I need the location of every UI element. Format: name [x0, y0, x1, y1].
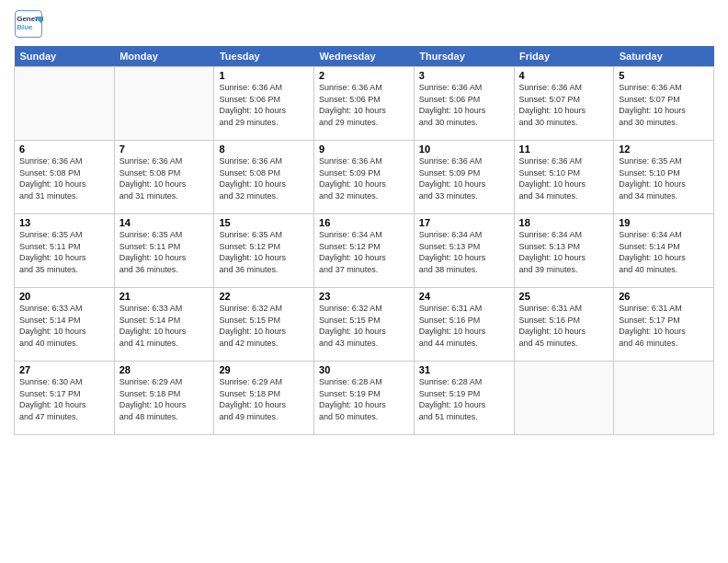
day-info: Sunrise: 6:30 AM Sunset: 5:17 PM Dayligh… — [19, 376, 109, 422]
day-info: Sunrise: 6:35 AM Sunset: 5:10 PM Dayligh… — [619, 155, 709, 201]
day-cell: 19Sunrise: 6:34 AM Sunset: 5:14 PM Dayli… — [614, 214, 714, 288]
day-info: Sunrise: 6:35 AM Sunset: 5:12 PM Dayligh… — [219, 229, 309, 275]
day-number: 26 — [619, 291, 709, 302]
day-info: Sunrise: 6:36 AM Sunset: 5:06 PM Dayligh… — [419, 82, 509, 128]
header-row: SundayMondayTuesdayWednesdayThursdayFrid… — [15, 46, 714, 67]
day-info: Sunrise: 6:32 AM Sunset: 5:15 PM Dayligh… — [319, 303, 409, 349]
day-number: 14 — [119, 217, 210, 228]
day-number: 1 — [219, 70, 309, 81]
day-cell: 22Sunrise: 6:32 AM Sunset: 5:15 PM Dayli… — [214, 288, 314, 362]
day-cell — [514, 362, 614, 435]
day-cell: 17Sunrise: 6:34 AM Sunset: 5:13 PM Dayli… — [414, 214, 514, 288]
day-cell: 3Sunrise: 6:36 AM Sunset: 5:06 PM Daylig… — [414, 67, 514, 141]
day-number: 18 — [519, 217, 609, 228]
day-number: 28 — [119, 364, 210, 375]
day-cell: 18Sunrise: 6:34 AM Sunset: 5:13 PM Dayli… — [514, 214, 614, 288]
day-info: Sunrise: 6:36 AM Sunset: 5:07 PM Dayligh… — [519, 82, 609, 128]
logo-icon: General Blue — [14, 9, 43, 39]
day-cell: 8Sunrise: 6:36 AM Sunset: 5:08 PM Daylig… — [214, 141, 314, 214]
day-info: Sunrise: 6:33 AM Sunset: 5:14 PM Dayligh… — [119, 303, 210, 349]
day-number: 25 — [519, 291, 609, 302]
week-row-4: 20Sunrise: 6:33 AM Sunset: 5:14 PM Dayli… — [15, 288, 714, 362]
day-cell: 26Sunrise: 6:31 AM Sunset: 5:17 PM Dayli… — [614, 288, 714, 362]
day-cell — [114, 67, 214, 141]
day-number: 27 — [19, 364, 109, 375]
day-number: 19 — [619, 217, 709, 228]
day-info: Sunrise: 6:31 AM Sunset: 5:17 PM Dayligh… — [619, 303, 709, 349]
day-number: 4 — [519, 70, 609, 81]
day-number: 29 — [219, 364, 309, 375]
day-cell — [15, 67, 115, 141]
day-info: Sunrise: 6:31 AM Sunset: 5:16 PM Dayligh… — [519, 303, 609, 349]
day-number: 11 — [519, 144, 609, 155]
day-info: Sunrise: 6:36 AM Sunset: 5:09 PM Dayligh… — [419, 155, 509, 201]
day-info: Sunrise: 6:28 AM Sunset: 5:19 PM Dayligh… — [319, 376, 409, 422]
day-number: 15 — [219, 217, 309, 228]
day-number: 31 — [419, 364, 509, 375]
day-cell: 25Sunrise: 6:31 AM Sunset: 5:16 PM Dayli… — [514, 288, 614, 362]
day-cell: 1Sunrise: 6:36 AM Sunset: 5:06 PM Daylig… — [214, 67, 314, 141]
day-cell: 29Sunrise: 6:29 AM Sunset: 5:18 PM Dayli… — [214, 362, 314, 435]
day-info: Sunrise: 6:32 AM Sunset: 5:15 PM Dayligh… — [219, 303, 309, 349]
day-number: 9 — [319, 144, 409, 155]
day-cell: 21Sunrise: 6:33 AM Sunset: 5:14 PM Dayli… — [114, 288, 214, 362]
day-info: Sunrise: 6:34 AM Sunset: 5:14 PM Dayligh… — [619, 229, 709, 275]
day-cell: 9Sunrise: 6:36 AM Sunset: 5:09 PM Daylig… — [314, 141, 415, 214]
day-cell: 2Sunrise: 6:36 AM Sunset: 5:06 PM Daylig… — [314, 67, 415, 141]
week-row-2: 6Sunrise: 6:36 AM Sunset: 5:08 PM Daylig… — [15, 141, 714, 214]
week-row-1: 1Sunrise: 6:36 AM Sunset: 5:06 PM Daylig… — [15, 67, 714, 141]
day-number: 20 — [19, 291, 109, 302]
day-number: 8 — [219, 144, 309, 155]
day-number: 24 — [419, 291, 509, 302]
day-info: Sunrise: 6:36 AM Sunset: 5:08 PM Dayligh… — [219, 155, 309, 201]
logo: General Blue — [14, 9, 43, 39]
day-info: Sunrise: 6:31 AM Sunset: 5:16 PM Dayligh… — [419, 303, 509, 349]
day-cell: 5Sunrise: 6:36 AM Sunset: 5:07 PM Daylig… — [614, 67, 714, 141]
day-number: 21 — [119, 291, 210, 302]
header: General Blue — [14, 9, 714, 39]
week-row-3: 13Sunrise: 6:35 AM Sunset: 5:11 PM Dayli… — [15, 214, 714, 288]
day-cell: 13Sunrise: 6:35 AM Sunset: 5:11 PM Dayli… — [15, 214, 115, 288]
day-number: 5 — [619, 70, 709, 81]
day-info: Sunrise: 6:34 AM Sunset: 5:12 PM Dayligh… — [319, 229, 409, 275]
day-number: 30 — [319, 364, 409, 375]
day-number: 7 — [119, 144, 210, 155]
day-cell: 11Sunrise: 6:36 AM Sunset: 5:10 PM Dayli… — [514, 141, 614, 214]
day-cell: 24Sunrise: 6:31 AM Sunset: 5:16 PM Dayli… — [414, 288, 514, 362]
day-cell: 27Sunrise: 6:30 AM Sunset: 5:17 PM Dayli… — [15, 362, 115, 435]
day-cell: 12Sunrise: 6:35 AM Sunset: 5:10 PM Dayli… — [614, 141, 714, 214]
day-cell — [614, 362, 714, 435]
day-info: Sunrise: 6:33 AM Sunset: 5:14 PM Dayligh… — [19, 303, 109, 349]
day-info: Sunrise: 6:36 AM Sunset: 5:09 PM Dayligh… — [319, 155, 409, 201]
day-cell: 31Sunrise: 6:28 AM Sunset: 5:19 PM Dayli… — [414, 362, 514, 435]
day-cell: 30Sunrise: 6:28 AM Sunset: 5:19 PM Dayli… — [314, 362, 415, 435]
svg-text:Blue: Blue — [17, 23, 33, 31]
day-cell: 7Sunrise: 6:36 AM Sunset: 5:08 PM Daylig… — [114, 141, 214, 214]
column-header-saturday: Saturday — [614, 46, 714, 67]
day-cell: 23Sunrise: 6:32 AM Sunset: 5:15 PM Dayli… — [314, 288, 415, 362]
day-info: Sunrise: 6:35 AM Sunset: 5:11 PM Dayligh… — [119, 229, 210, 275]
day-cell: 6Sunrise: 6:36 AM Sunset: 5:08 PM Daylig… — [15, 141, 115, 214]
day-info: Sunrise: 6:35 AM Sunset: 5:11 PM Dayligh… — [19, 229, 109, 275]
column-header-wednesday: Wednesday — [314, 46, 415, 67]
day-info: Sunrise: 6:36 AM Sunset: 5:06 PM Dayligh… — [219, 82, 309, 128]
day-number: 12 — [619, 144, 709, 155]
day-cell: 20Sunrise: 6:33 AM Sunset: 5:14 PM Dayli… — [15, 288, 115, 362]
day-number: 3 — [419, 70, 509, 81]
day-info: Sunrise: 6:36 AM Sunset: 5:08 PM Dayligh… — [119, 155, 210, 201]
day-cell: 10Sunrise: 6:36 AM Sunset: 5:09 PM Dayli… — [414, 141, 514, 214]
calendar-table: SundayMondayTuesdayWednesdayThursdayFrid… — [14, 46, 714, 435]
day-info: Sunrise: 6:36 AM Sunset: 5:10 PM Dayligh… — [519, 155, 609, 201]
day-info: Sunrise: 6:34 AM Sunset: 5:13 PM Dayligh… — [519, 229, 609, 275]
column-header-monday: Monday — [114, 46, 214, 67]
day-info: Sunrise: 6:29 AM Sunset: 5:18 PM Dayligh… — [119, 376, 210, 422]
day-cell: 16Sunrise: 6:34 AM Sunset: 5:12 PM Dayli… — [314, 214, 415, 288]
day-info: Sunrise: 6:36 AM Sunset: 5:08 PM Dayligh… — [19, 155, 109, 201]
day-cell: 4Sunrise: 6:36 AM Sunset: 5:07 PM Daylig… — [514, 67, 614, 141]
day-info: Sunrise: 6:34 AM Sunset: 5:13 PM Dayligh… — [419, 229, 509, 275]
day-cell: 15Sunrise: 6:35 AM Sunset: 5:12 PM Dayli… — [214, 214, 314, 288]
day-number: 22 — [219, 291, 309, 302]
day-info: Sunrise: 6:29 AM Sunset: 5:18 PM Dayligh… — [219, 376, 309, 422]
day-number: 2 — [319, 70, 409, 81]
day-info: Sunrise: 6:36 AM Sunset: 5:07 PM Dayligh… — [619, 82, 709, 128]
